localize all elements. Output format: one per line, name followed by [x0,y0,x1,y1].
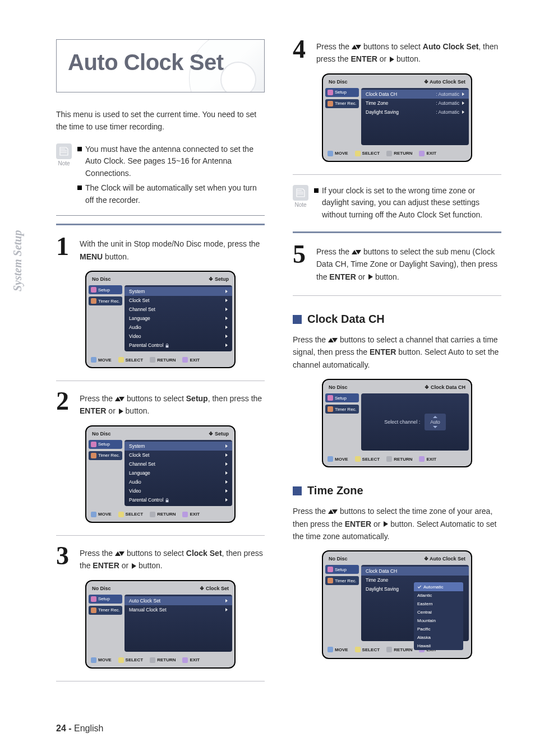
divider [56,215,265,216]
osd-row[interactable]: Video [124,486,232,495]
section-heading-clockdata: Clock Data CH [293,313,501,326]
osd-row[interactable]: System [124,442,232,451]
osd-tab-setup[interactable]: Setup [325,565,359,574]
osd-row[interactable]: Auto Clock Set [124,596,232,605]
heading-square-icon [293,315,302,324]
sidebar-section-label: System Setup [11,230,24,291]
osd-row[interactable]: Clock Set [124,296,232,305]
note-icon [293,185,308,201]
osd-tab-timer[interactable]: Timer Rec. [89,606,122,615]
step-text-3: Press the buttons to select Clock Set, t… [80,546,265,572]
osd-setup-menu: No Disc❖ Setup Setup Timer Rec. System C… [85,271,236,368]
osd-channel-spinner[interactable]: Auto [425,414,446,430]
osd-row[interactable]: Channel Set [124,460,232,469]
osd-tab-timer[interactable]: Timer Rec. [89,296,122,305]
osd-timezone-menu: No Disc❖ Auto Clock Set Setup Timer Rec.… [322,550,472,659]
divider [293,174,501,175]
osd-setup-menu-highlight: No Disc❖ Setup Setup Timer Rec. System C… [85,425,236,523]
note-text-2: The Clock will be automatically set when… [85,182,265,206]
osd-tab-setup[interactable]: Setup [325,88,359,97]
divider [56,381,265,381]
osd-row[interactable]: Clock Data CH [361,567,469,576]
step-text-4: Press the buttons to select Auto Clock S… [316,39,501,66]
bullet-icon [77,147,82,151]
osd-tab-setup[interactable]: Setup [325,393,359,402]
svg-rect-1 [165,500,168,502]
step-text-1: With the unit in Stop mode/No Disc mode,… [80,236,265,263]
bullet-icon [77,185,82,190]
divider-accent [56,224,265,225]
title-box: Auto Clock Set [56,39,265,92]
osd-autoclock-menu: No Disc❖ Auto Clock Set Setup Timer Rec.… [322,73,472,162]
osd-row[interactable]: Time Zone: Automatic [361,99,469,108]
heading-square-icon [293,486,302,495]
osd-row[interactable]: Video [124,332,232,341]
osd-row[interactable]: Parental Control [124,495,232,504]
note-text-1: You must have the antenna connected to s… [85,143,265,180]
step-number-2: 2 [56,391,73,412]
clockdata-body: Press the buttons to select a channel th… [293,333,501,371]
step-text-5: Press the buttons to select the sub menu… [316,244,501,283]
osd-row[interactable]: Channel Set [124,305,232,314]
step-number-3: 3 [56,546,73,567]
osd-row[interactable]: Parental Control [124,341,232,350]
step-text-2: Press the buttons to select Setup, then … [80,391,265,418]
osd-tab-timer[interactable]: Timer Rec. [325,405,359,414]
osd-timezone-dropdown[interactable]: Automatic Atlantic Eastern Central Mount… [414,582,463,650]
note-icon [56,143,72,159]
osd-row[interactable]: Language [124,469,232,477]
bullet-icon [314,188,319,193]
osd-tab-setup[interactable]: Setup [89,595,122,604]
section-heading-timezone: Time Zone [293,484,501,497]
osd-select-channel-label: Select channel : [384,419,420,425]
osd-clockset-menu: No Disc❖ Clock Set Setup Timer Rec. Auto… [85,580,236,669]
osd-row[interactable]: Clock Set [124,451,232,460]
divider [56,681,265,681]
note-label: Note [56,160,72,166]
divider [56,535,265,536]
timezone-body: Press the buttons to select the time zon… [293,505,501,542]
svg-rect-0 [165,345,168,347]
note-text-right: If your clock is set to the wrong time z… [322,185,501,221]
intro-paragraph: This menu is used to set the current tim… [56,108,265,133]
osd-tab-setup[interactable]: Setup [89,440,122,449]
osd-row[interactable]: System [124,287,232,296]
divider-accent [293,231,501,233]
osd-row[interactable]: Clock Data CH: Automatic [361,90,469,99]
osd-tab-timer[interactable]: Timer Rec. [325,99,359,108]
note-label: Note [293,202,308,208]
down-icon [119,397,124,401]
page-title: Auto Clock Set [68,50,253,75]
osd-tab-setup[interactable]: Setup [89,285,122,294]
osd-row[interactable]: Daylight Saving: Automatic [361,108,469,117]
osd-row[interactable]: Manual Clock Set [124,605,232,614]
osd-tab-timer[interactable]: Timer Rec. [89,451,122,460]
osd-row[interactable]: Audio [124,323,232,332]
right-icon [119,409,123,414]
page-footer: 24 - English [56,723,104,734]
step-number-5: 5 [293,244,310,265]
osd-clockdata-menu: No Disc❖ Clock Data CH Setup Timer Rec. … [322,379,472,467]
step-number-1: 1 [56,236,73,257]
step-number-4: 4 [293,39,310,60]
osd-row[interactable]: Audio [124,477,232,486]
osd-row[interactable]: Language [124,314,232,323]
divider [293,295,501,296]
osd-tab-timer[interactable]: Timer Rec. [325,576,359,585]
